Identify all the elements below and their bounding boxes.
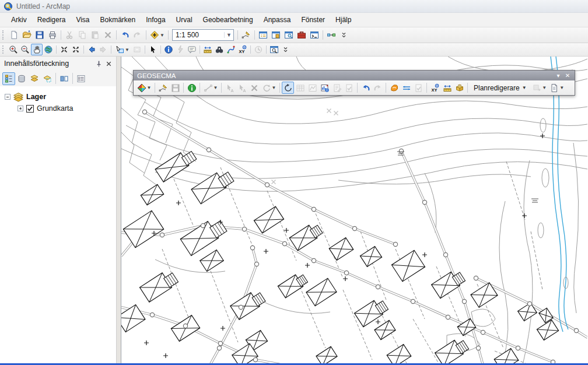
menu-fnster[interactable]: Fönster bbox=[296, 13, 330, 26]
table-of-contents-panel: Innehållsförteckning Lager Grundkarta bbox=[0, 57, 117, 365]
toc-options-button[interactable] bbox=[75, 72, 88, 85]
python-window-icon bbox=[310, 30, 319, 40]
full-extent-button[interactable] bbox=[43, 44, 54, 55]
viewer-window-button[interactable] bbox=[268, 44, 280, 55]
menu-geobearbetning[interactable]: Geobearbetning bbox=[198, 13, 258, 26]
zoom-out-button[interactable] bbox=[19, 44, 31, 55]
toc-options-icon bbox=[76, 74, 86, 83]
menu-urval[interactable]: Urval bbox=[171, 13, 198, 26]
go-to-xy-button[interactable]: XY bbox=[237, 44, 249, 55]
modelbuilder-button[interactable] bbox=[325, 29, 338, 41]
hyperlink-button[interactable] bbox=[186, 44, 198, 55]
fixed-zoom-in-button[interactable] bbox=[58, 44, 70, 55]
clear-selection-button bbox=[131, 44, 143, 55]
toolbar-separator bbox=[200, 83, 200, 93]
list-by-source-button[interactable] bbox=[15, 72, 28, 85]
document-button[interactable]: ▼ bbox=[548, 82, 566, 94]
collapse-icon[interactable] bbox=[5, 94, 10, 100]
find-button[interactable] bbox=[214, 44, 225, 55]
toolbar-separator bbox=[323, 30, 323, 40]
editor-toolbar-button[interactable] bbox=[240, 29, 253, 41]
sketch-edit-button[interactable] bbox=[157, 82, 169, 94]
toolbar-overflow-button[interactable] bbox=[280, 44, 292, 55]
zoom-out-icon bbox=[20, 45, 30, 54]
package-icon bbox=[455, 83, 464, 93]
menu-redigera[interactable]: Redigera bbox=[32, 13, 71, 26]
measure-edit-button[interactable] bbox=[441, 82, 453, 94]
redo-button bbox=[131, 29, 144, 41]
select-features-button[interactable]: ▼ bbox=[113, 44, 131, 55]
toc-layers-root[interactable]: Lager bbox=[5, 91, 116, 103]
toc-layer-grundkarta[interactable]: Grundkarta bbox=[5, 103, 116, 114]
chevron-down-icon: ▼ bbox=[125, 47, 130, 52]
catalog-window-button[interactable] bbox=[270, 29, 282, 41]
toc-arrange-button[interactable] bbox=[58, 72, 71, 85]
menu-anpassa[interactable]: Anpassa bbox=[258, 13, 296, 26]
close-toolbar-icon[interactable]: ✕ bbox=[563, 72, 572, 79]
feature-info-button[interactable] bbox=[186, 82, 198, 94]
planredigerare-menu-button[interactable]: Planredigerare▼ bbox=[470, 82, 531, 94]
map-view[interactable] bbox=[121, 57, 588, 365]
undo-edit-button[interactable] bbox=[359, 82, 372, 94]
panel-splitter[interactable] bbox=[117, 57, 121, 365]
toolbar-options-icon[interactable]: ▾ bbox=[554, 72, 563, 79]
open-button[interactable] bbox=[20, 29, 33, 41]
toolbox-icon bbox=[297, 30, 306, 40]
trace-clock-icon bbox=[284, 83, 293, 93]
identify-button[interactable] bbox=[163, 44, 174, 55]
geosecma-titlebar[interactable]: GEOSECMA ▾ ✕ bbox=[134, 71, 575, 80]
expand-icon[interactable] bbox=[18, 106, 23, 111]
measure-button[interactable] bbox=[202, 44, 214, 55]
geosecma-toolbar-window: GEOSECMA ▾ ✕ ▼▼AA▼XYPlanredigerare▼▼▼ bbox=[133, 70, 575, 96]
select-elements-button[interactable] bbox=[147, 44, 159, 55]
scale-combobox[interactable]: 1:1 500▼ bbox=[172, 29, 234, 41]
chart-info-button[interactable] bbox=[318, 82, 331, 94]
table-of-contents-button[interactable] bbox=[257, 29, 270, 41]
pan-button[interactable] bbox=[31, 44, 43, 55]
list-by-drawing-order-button[interactable] bbox=[2, 72, 15, 85]
catalog-window-icon bbox=[271, 30, 281, 40]
undo-button[interactable] bbox=[118, 29, 131, 41]
import-button[interactable] bbox=[388, 82, 400, 94]
svg-text:XY: XY bbox=[431, 87, 437, 93]
zoom-in-button[interactable] bbox=[8, 44, 19, 55]
package-button[interactable] bbox=[453, 82, 466, 94]
python-window-button[interactable] bbox=[308, 29, 321, 41]
toolbar-separator bbox=[155, 83, 155, 93]
fixed-zoom-out-button[interactable] bbox=[70, 44, 82, 55]
list-by-visibility-button[interactable] bbox=[28, 72, 41, 85]
new-document-button[interactable] bbox=[8, 29, 20, 41]
trace-tool-button[interactable] bbox=[282, 82, 294, 94]
overflow-icon bbox=[281, 45, 290, 54]
toolbar-overflow-button[interactable] bbox=[338, 29, 351, 41]
menu-bokmrken[interactable]: Bokmärken bbox=[95, 13, 141, 26]
map-canvas[interactable] bbox=[121, 57, 587, 365]
arctoolbox-button[interactable] bbox=[295, 29, 308, 41]
menu-arkiv[interactable]: Arkiv bbox=[6, 13, 32, 26]
menu-visa[interactable]: Visa bbox=[71, 13, 94, 26]
menu-hjlp[interactable]: Hjälp bbox=[330, 13, 356, 26]
pin-icon[interactable] bbox=[94, 59, 104, 69]
save-button[interactable] bbox=[33, 29, 46, 41]
toolbar-grip[interactable] bbox=[2, 30, 5, 40]
geosecma-menu-button[interactable]: ▼ bbox=[135, 82, 153, 94]
print-button[interactable] bbox=[46, 29, 59, 41]
search-window-button[interactable] bbox=[282, 29, 295, 41]
list-by-selection-button[interactable] bbox=[41, 72, 54, 85]
layer-visibility-checkbox[interactable] bbox=[26, 105, 34, 113]
toolbar-grip[interactable] bbox=[2, 45, 5, 54]
adjust-lines-button[interactable] bbox=[400, 82, 412, 94]
go-to-xy-edit-button[interactable]: XY bbox=[429, 82, 441, 94]
back-extent-button[interactable] bbox=[86, 44, 97, 55]
delete-x-icon bbox=[250, 83, 259, 93]
menu-infoga[interactable]: Infoga bbox=[141, 13, 170, 26]
cut-icon bbox=[65, 30, 74, 40]
toc-drawing-order-icon bbox=[4, 74, 13, 83]
rotate-tool-icon bbox=[262, 83, 271, 93]
toolbar-separator bbox=[145, 45, 145, 54]
menu-bar: ArkivRedigeraVisaBokmärkenInfogaUrvalGeo… bbox=[0, 13, 588, 27]
find-route-button[interactable] bbox=[225, 44, 237, 55]
layers-icon bbox=[13, 92, 23, 102]
add-data-button[interactable]: ▼ bbox=[148, 29, 166, 41]
close-panel-icon[interactable] bbox=[104, 59, 114, 69]
